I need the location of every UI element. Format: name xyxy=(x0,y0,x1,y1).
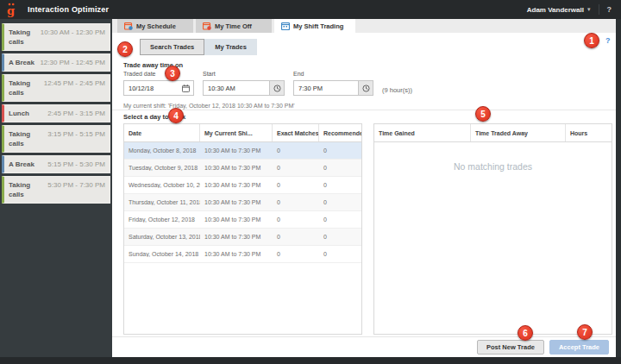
chevron-down-icon: ▾ xyxy=(587,6,591,13)
column-header-time-traded-away[interactable]: Time Traded Away xyxy=(471,124,566,141)
column-header-recommended[interactable]: Recommended ... xyxy=(319,124,361,141)
activity-time: 3:15 PM - 5:15 PM xyxy=(47,129,105,139)
schedule-item[interactable]: Lunch 2:45 PM - 3:15 PM xyxy=(2,104,110,122)
schedule-item[interactable]: A Break 12:30 PM - 12:45 PM xyxy=(2,53,110,72)
divider xyxy=(112,110,616,110)
activity-time: 5:15 PM - 5:30 PM xyxy=(47,160,105,169)
page-help-button[interactable]: ? xyxy=(605,36,611,45)
cell-exact: 0 xyxy=(273,234,319,240)
calendar-picker-icon[interactable] xyxy=(179,81,193,95)
user-menu[interactable]: Adam Vanderwall ▾ xyxy=(527,6,591,14)
cell-shift: 10:30 AM to 7:30 PM xyxy=(200,234,273,240)
table-row[interactable]: Monday, October 8, 2018 10:30 AM to 7:30… xyxy=(124,142,361,160)
cell-shift: 10:30 AM to 7:30 PM xyxy=(200,199,273,205)
cell-recommended: 0 xyxy=(319,165,361,171)
activity-label: Taking calls xyxy=(9,180,44,199)
end-time-label: End xyxy=(293,71,373,77)
schedule-item[interactable]: Taking calls 12:45 PM - 2:45 PM xyxy=(2,74,110,102)
cell-date: Wednesday, October 10, 2018 xyxy=(124,182,200,188)
cell-recommended: 0 xyxy=(319,251,361,257)
window-bottom-bar xyxy=(0,357,621,364)
cell-shift: 10:30 AM to 7:30 PM xyxy=(200,165,273,171)
subtab-search-trades[interactable]: Search Trades xyxy=(140,39,204,55)
help-button[interactable]: ? xyxy=(607,5,612,14)
cell-recommended: 0 xyxy=(319,182,361,188)
day-table: Date My Current Shi... Exact Matches Rec… xyxy=(123,123,362,335)
day-table-header: Date My Current Shi... Exact Matches Rec… xyxy=(124,124,361,142)
cell-date: Thursday, October 11, 2018 xyxy=(124,199,200,205)
schedule-sidebar: Taking calls 10:30 AM - 12:30 PM A Break… xyxy=(0,19,112,357)
matches-table-header: Time Gained Time Traded Away Hours xyxy=(374,124,612,142)
clock-icon[interactable] xyxy=(358,81,373,95)
main-content: My Schedule My Time Off My Shift Trading… xyxy=(112,19,616,357)
subtab-my-trades[interactable]: My Trades xyxy=(204,39,257,55)
table-row[interactable]: Wednesday, October 10, 2018 10:30 AM to … xyxy=(124,177,361,194)
divider xyxy=(599,4,599,15)
cell-date: Tuesday, October 9, 2018 xyxy=(124,165,200,171)
schedule-item[interactable]: Taking calls 3:15 PM - 5:15 PM xyxy=(2,125,110,153)
table-row[interactable]: Sunday, October 14, 2018 10:30 AM to 7:3… xyxy=(124,246,361,263)
schedule-item[interactable]: A Break 5:15 PM - 5:30 PM xyxy=(2,155,110,173)
traded-date-field-group: Traded date xyxy=(123,71,194,96)
cell-shift: 10:30 AM to 7:30 PM xyxy=(200,147,273,154)
calendar-clock-icon xyxy=(124,22,133,30)
end-time-input[interactable] xyxy=(294,81,358,95)
table-row[interactable]: Thursday, October 11, 2018 10:30 AM to 7… xyxy=(124,194,361,211)
callout-badge-3: 3 xyxy=(165,66,180,81)
calendar-timeoff-icon xyxy=(203,22,211,30)
cell-exact: 0 xyxy=(273,165,319,171)
cell-date: Monday, October 8, 2018 xyxy=(124,147,200,154)
cell-recommended: 0 xyxy=(319,147,361,154)
tab-label: My Time Off xyxy=(215,22,252,30)
table-row[interactable]: Saturday, October 13, 2018 10:30 AM to 7… xyxy=(124,229,361,246)
matches-table: Time Gained Time Traded Away Hours No ma… xyxy=(373,123,612,335)
cell-exact: 0 xyxy=(273,217,319,223)
user-name: Adam Vanderwall xyxy=(527,6,584,14)
cell-date: Friday, October 12, 2018 xyxy=(124,217,200,223)
activity-label: A Break xyxy=(9,58,36,67)
cell-shift: 10:30 AM to 7:30 PM xyxy=(200,251,273,257)
accept-trade-button[interactable]: Accept Trade xyxy=(549,340,609,355)
table-row[interactable]: Friday, October 12, 2018 10:30 AM to 7:3… xyxy=(124,211,361,229)
table-row[interactable]: Tuesday, October 9, 2018 10:30 AM to 7:3… xyxy=(124,160,361,177)
subtab-label: My Trades xyxy=(215,43,247,51)
cell-recommended: 0 xyxy=(319,199,361,205)
cell-recommended: 0 xyxy=(319,217,361,223)
column-header-date[interactable]: Date xyxy=(124,124,200,141)
activity-time: 5:30 PM - 7:30 PM xyxy=(47,180,105,190)
post-new-trade-button[interactable]: Post New Trade xyxy=(477,340,544,355)
calendar-trade-icon xyxy=(281,22,290,30)
activity-label: Taking calls xyxy=(9,129,44,148)
cell-exact: 0 xyxy=(273,199,319,205)
callout-badge-4: 4 xyxy=(168,108,184,123)
footer-actions: Post New Trade Accept Trade xyxy=(112,336,616,357)
cell-date: Saturday, October 13, 2018 xyxy=(124,234,200,240)
column-header-hours[interactable]: Hours xyxy=(566,124,612,141)
callout-badge-2: 2 xyxy=(117,41,133,57)
cell-shift: 10:30 AM to 7:30 PM xyxy=(200,217,273,223)
activity-label: Taking calls xyxy=(9,78,41,97)
tab-my-time-off[interactable]: My Time Off xyxy=(196,19,272,33)
start-time-input[interactable] xyxy=(204,81,269,95)
tab-label: My Schedule xyxy=(136,22,176,30)
column-header-time-gained[interactable]: Time Gained xyxy=(374,124,471,141)
schedule-item[interactable]: Taking calls 10:30 AM - 12:30 PM xyxy=(2,23,110,51)
column-header-exact-matches[interactable]: Exact Matches xyxy=(273,124,319,141)
start-time-field-group: Start xyxy=(203,71,285,96)
tab-strip: My Schedule My Time Off My Shift Trading xyxy=(112,19,616,33)
column-header-current-shift[interactable]: My Current Shi... xyxy=(200,124,273,141)
subtab-label: Search Trades xyxy=(150,43,194,51)
cell-recommended: 0 xyxy=(319,234,361,240)
tab-my-shift-trading[interactable]: My Shift Trading xyxy=(274,19,355,33)
empty-state-message: No matching trades xyxy=(374,142,612,172)
cell-shift: 10:30 AM to 7:30 PM xyxy=(200,182,273,188)
activity-label: Taking calls xyxy=(9,28,37,47)
tab-my-schedule[interactable]: My Schedule xyxy=(117,19,193,33)
traded-date-label: Traded date xyxy=(123,71,194,77)
tab-label: My Shift Trading xyxy=(293,22,343,30)
traded-date-input[interactable] xyxy=(124,81,179,95)
svg-text:g: g xyxy=(7,3,15,16)
cell-exact: 0 xyxy=(273,251,319,257)
clock-icon[interactable] xyxy=(269,81,284,95)
schedule-item[interactable]: Taking calls 5:30 PM - 7:30 PM xyxy=(2,176,110,204)
